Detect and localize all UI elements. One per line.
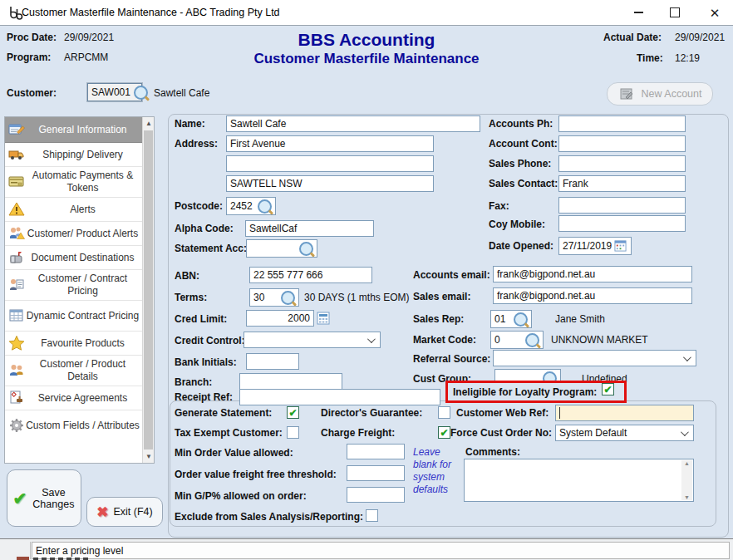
sales-rep-magnifier-icon[interactable] <box>514 312 528 327</box>
sidebar-item-automatic-payments[interactable]: Automatic Payments & Tokens <box>5 167 142 198</box>
fax-field[interactable] <box>558 197 686 214</box>
sidebar-item-customer-product-alerts[interactable]: Customer/ Product Alerts <box>5 222 142 246</box>
abn-label: ABN: <box>175 270 199 282</box>
app-logo-icon <box>8 5 23 20</box>
name-field[interactable]: Sawtell Cafe <box>226 115 480 132</box>
save-changes-button[interactable]: ✔ Save Changes <box>7 469 81 527</box>
market-code-field[interactable]: 0 <box>490 331 544 349</box>
referral-source-dropdown[interactable] <box>493 350 696 366</box>
address-line1-field[interactable]: First Avenue <box>226 135 434 152</box>
branch-field[interactable] <box>239 373 342 390</box>
date-opened-field[interactable]: 27/11/2019 <box>558 237 632 255</box>
bank-initials-field[interactable] <box>246 353 299 370</box>
customer-name: Sawtell Cafe <box>154 87 209 99</box>
comments-scroll-down-icon[interactable]: ▼ <box>684 494 690 500</box>
sidebar-item-dynamic-contract-pricing[interactable]: Dynamic Contract Pricing <box>5 301 142 332</box>
sales-email-field[interactable]: frank@bigpond.net.au <box>493 287 692 304</box>
statement-acc-field[interactable] <box>246 239 317 258</box>
sidebar-item-service-agreements[interactable]: Service Agreements <box>5 386 142 410</box>
new-account-icon <box>618 86 635 102</box>
statement-acc-magnifier-icon[interactable] <box>299 242 313 256</box>
sidebar-item-general-information[interactable]: General Information <box>5 117 142 143</box>
form-edit-icon <box>8 121 25 138</box>
tax-exempt-checkbox[interactable] <box>287 426 299 439</box>
minimize-button[interactable] <box>620 0 657 25</box>
sidebar-item-customer-product-details[interactable]: Customer / Product Details <box>5 356 142 386</box>
calculator-icon[interactable] <box>317 312 330 325</box>
save-changes-label: Save Changes <box>32 487 75 510</box>
accounts-ph-field[interactable] <box>558 115 686 132</box>
address-line3-field[interactable]: SAWTELL NSW <box>226 175 434 192</box>
person-document-icon <box>8 277 25 293</box>
accounts-email-field[interactable]: frank@bigpond.net.au <box>493 266 692 282</box>
postcode-label: Postcode: <box>175 200 223 212</box>
sidebar-item-favourite-products[interactable]: Favourite Products <box>5 332 142 356</box>
sales-rep-field[interactable]: 01 <box>490 310 532 328</box>
name-label: Name: <box>175 118 205 130</box>
sales-contact-field[interactable]: Frank <box>558 175 686 192</box>
exclude-sales-checkbox[interactable] <box>366 509 378 522</box>
abn-field[interactable]: 22 555 777 666 <box>249 267 372 283</box>
sales-phone-field[interactable] <box>558 155 686 172</box>
loyalty-checkbox[interactable] <box>602 383 614 395</box>
min-order-value-field[interactable] <box>347 444 405 459</box>
customer-web-ref-field[interactable] <box>555 405 694 421</box>
sidebar-item-shipping-delivery[interactable]: Shipping/ Delivery <box>5 143 142 167</box>
address-line2-field[interactable] <box>226 155 434 172</box>
scroll-up-icon[interactable]: ▲ <box>143 117 155 130</box>
maximize-button[interactable] <box>657 0 693 25</box>
min-gp-field[interactable] <box>347 487 405 503</box>
force-cust-order-dropdown[interactable]: System Default <box>555 425 694 441</box>
sales-rep-label: Sales Rep: <box>413 313 464 325</box>
calendar-icon[interactable] <box>614 239 627 253</box>
market-code-magnifier-icon[interactable] <box>525 333 539 347</box>
alpha-code-field[interactable]: SawtellCaf <box>245 220 374 237</box>
directors-guarantee-checkbox[interactable] <box>438 406 450 419</box>
directors-guarantee-label: Director's Guarantee: <box>321 407 422 419</box>
sidebar-item-alerts[interactable]: Alerts <box>5 198 142 222</box>
customer-code-value: SAW001 <box>91 86 130 98</box>
bank-initials-label: Bank Initials: <box>175 356 237 368</box>
accounts-ph-label: Accounts Ph: <box>489 118 553 130</box>
postcode-magnifier-icon[interactable] <box>258 199 272 214</box>
defaults-hint: Leave blank for system defaults <box>413 446 459 496</box>
minimize-icon <box>634 12 643 13</box>
freight-free-threshold-field[interactable] <box>347 465 405 481</box>
account-cont-field[interactable] <box>558 135 686 152</box>
close-button[interactable]: ✕ <box>696 0 733 25</box>
terms-description: 30 DAYS (1 mths EOM) <box>304 292 409 303</box>
customer-code-field[interactable]: SAW001 <box>87 83 142 101</box>
terms-field[interactable]: 30 <box>249 288 299 307</box>
scrollbar-thumb[interactable] <box>144 130 153 449</box>
sidebar-item-custom-fields[interactable]: Custom Fields / Attributes <box>5 410 142 440</box>
alpha-code-label: Alpha Code: <box>175 223 234 234</box>
warning-icon <box>8 201 25 218</box>
coy-mobile-field[interactable] <box>558 215 686 232</box>
cred-limit-field[interactable]: 2000 <box>246 310 314 327</box>
comments-scroll-up-icon[interactable]: ▲ <box>684 460 690 466</box>
postcode-field[interactable]: 2452 <box>226 197 276 215</box>
status-bar: Enter a pricing level <box>0 538 733 560</box>
charge-freight-checkbox[interactable] <box>438 426 450 439</box>
credit-control-label: Credit Control: <box>175 335 245 346</box>
sidebar-scrollbar[interactable]: ▲ ▼ <box>142 117 154 463</box>
comments-textarea[interactable]: ▲ ▼ <box>464 459 694 502</box>
receipt-ref-field[interactable] <box>239 389 440 405</box>
credit-control-dropdown[interactable] <box>244 332 381 348</box>
sidebar-item-customer-contract-pricing[interactable]: Customer / Contract Pricing <box>5 270 142 301</box>
gear-icon <box>8 417 25 434</box>
comments-label: Comments: <box>465 446 520 458</box>
exit-button[interactable]: ✖ Exit (F4) <box>86 497 163 527</box>
generate-statement-checkbox[interactable] <box>287 406 299 419</box>
charge-freight-label: Charge Freight: <box>321 427 395 439</box>
scroll-down-icon[interactable]: ▼ <box>143 450 155 463</box>
new-account-button[interactable]: New Account <box>607 82 713 106</box>
coy-mobile-label: Coy Mobile: <box>489 219 545 230</box>
customer-lookup-magnifier-icon[interactable] <box>134 86 148 100</box>
comments-scrollbar[interactable]: ▲ ▼ <box>681 460 692 500</box>
loyalty-highlight-box: Ineligible for Loyalty Program: <box>445 381 627 403</box>
sidebar-item-document-destinations[interactable]: Document Destinations <box>5 246 142 270</box>
terms-magnifier-icon[interactable] <box>281 291 295 305</box>
credit-card-icon <box>8 174 25 190</box>
terms-label: Terms: <box>175 292 207 303</box>
